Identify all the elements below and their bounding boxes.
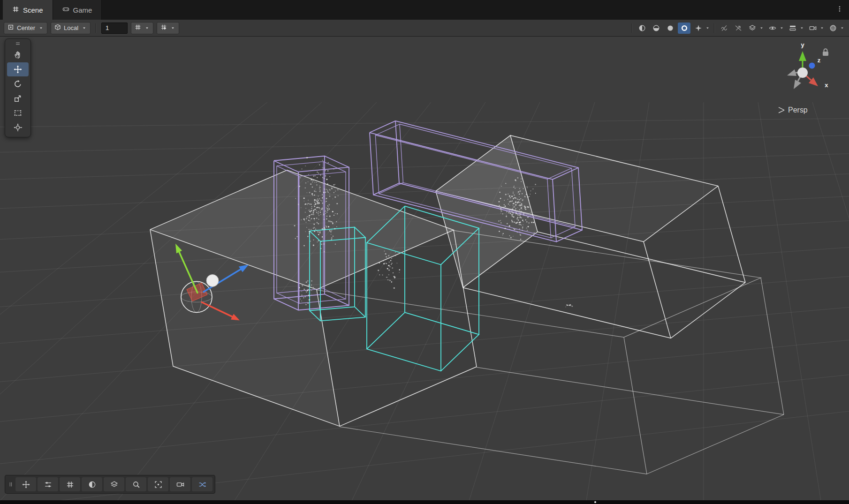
transform-tool-button[interactable] [7, 120, 29, 135]
status-dot [594, 501, 596, 503]
search-overlay-button[interactable] [126, 477, 146, 491]
lighting-toggle-button[interactable] [650, 23, 662, 34]
scale-tool-button[interactable] [7, 91, 29, 105]
sphere-half-bottom-icon [652, 24, 660, 32]
gizmos-menu-caret[interactable] [839, 23, 845, 34]
caret-icon [799, 25, 804, 30]
tab-game[interactable]: Game [53, 0, 102, 20]
axis-label-z: z [818, 57, 821, 64]
sliders-overlay-button[interactable] [38, 477, 58, 491]
layers-icon [749, 24, 756, 32]
search-icon [132, 481, 140, 489]
camera-icon [176, 481, 184, 489]
sphere-half-left-icon [88, 481, 96, 489]
tab-game-label: Game [73, 6, 92, 14]
axis-label-x: x [825, 82, 828, 89]
tab-menu-button[interactable] [830, 0, 849, 20]
shading-mode-button[interactable] [636, 23, 648, 34]
caret-icon [38, 25, 44, 30]
unity-editor-window: Scene Game Center Local [0, 0, 849, 504]
caret-icon [170, 25, 175, 30]
snap-settings-button[interactable] [157, 22, 179, 34]
animation-mute-group [718, 23, 730, 34]
overlays-menu-button[interactable] [786, 23, 799, 34]
layers-menu-caret[interactable] [758, 23, 765, 34]
frame-overlay-button[interactable] [148, 477, 168, 491]
toolbar-separator [96, 23, 96, 33]
camera-menu-caret[interactable] [819, 23, 825, 34]
lighting-toggle-group [650, 23, 662, 34]
scene-visibility-group [766, 23, 785, 34]
toolbar-right-group [630, 23, 845, 34]
rect-tool-button[interactable] [7, 106, 29, 120]
particles-menu-button[interactable] [692, 23, 705, 34]
layers-overlay-button[interactable] [104, 477, 124, 491]
layers-icon [110, 481, 118, 489]
stack-icon [789, 24, 796, 32]
lock-icon[interactable] [823, 49, 828, 56]
layers-menu-button[interactable] [746, 23, 758, 34]
gizmos-menu-button[interactable] [826, 23, 839, 34]
scene-canvas[interactable]: yzxPersp [0, 37, 849, 500]
sphere-half-left-icon [638, 24, 646, 32]
orientation-gizmo[interactable]: yzxPersp [779, 41, 828, 114]
camera-menu-button[interactable] [806, 23, 819, 34]
tab-bar: Scene Game [0, 0, 849, 20]
overlay-toolbar-grip[interactable] [8, 481, 14, 488]
move-tool-button[interactable] [7, 62, 29, 76]
shading-overlay-button[interactable] [82, 477, 102, 491]
grid-visibility-button[interactable] [131, 22, 153, 34]
move-icon [22, 481, 30, 489]
hand-tool-button[interactable] [7, 48, 29, 62]
layers-menu-group [746, 23, 765, 34]
caret-icon [779, 25, 784, 30]
perspective-grid [0, 102, 849, 500]
pivot-mode-button[interactable]: Center [4, 22, 47, 34]
bottom-strip [0, 500, 849, 504]
tab-scene[interactable]: Scene [3, 0, 53, 20]
arrow-slash-icon [735, 24, 742, 32]
audio-toggle-button[interactable] [664, 23, 676, 34]
grid-overlay-button[interactable] [60, 477, 80, 491]
scene-overlay-toolbar [5, 475, 215, 494]
snap-increment-input[interactable] [101, 23, 128, 34]
grid-icon [135, 24, 141, 30]
globe-icon [829, 24, 837, 32]
persp-label[interactable]: Persp [788, 106, 808, 114]
scale-icon [14, 94, 22, 103]
particles-menu-caret[interactable] [705, 23, 711, 34]
toolbar-separator [632, 23, 632, 33]
move-overlay-button[interactable] [15, 477, 36, 491]
scene-visibility-caret[interactable] [779, 23, 785, 34]
white-slab-right[interactable] [436, 135, 745, 339]
chevron-down-icon [144, 25, 150, 30]
shuffle-overlay-button[interactable] [192, 477, 212, 491]
chevron-down-icon [170, 25, 175, 30]
ring-icon [681, 24, 688, 32]
orientation-mode-button[interactable]: Local [51, 22, 91, 34]
rotate-tool-button[interactable] [7, 77, 29, 91]
effects-toggle-button[interactable] [678, 23, 690, 34]
snap-icon [160, 24, 167, 32]
palette-grip[interactable] [5, 40, 30, 47]
grid-icon [135, 24, 141, 32]
white-box-right-floor[interactable] [317, 231, 784, 474]
kebab-menu-icon [836, 5, 843, 15]
effects-toggle-group [678, 23, 690, 34]
pivot-icon [8, 24, 14, 30]
caret-icon [82, 25, 87, 30]
scene-viewport[interactable]: yzxPersp [0, 37, 849, 500]
camera-overlay-button[interactable] [170, 477, 190, 491]
z-axis-dot[interactable] [809, 62, 815, 68]
particles-menu-group [692, 23, 711, 34]
camera-mute-button[interactable] [732, 23, 744, 34]
overlays-menu-caret[interactable] [799, 23, 805, 34]
chevron-down-icon [38, 25, 44, 30]
scene-visibility-button[interactable] [766, 23, 779, 34]
pivot-icon [8, 24, 14, 32]
free-move-sphere[interactable] [206, 274, 219, 286]
shuffle-icon [198, 481, 206, 489]
grid-icon [66, 481, 74, 489]
animation-mute-button[interactable] [718, 23, 730, 34]
cube-icon [54, 24, 61, 32]
